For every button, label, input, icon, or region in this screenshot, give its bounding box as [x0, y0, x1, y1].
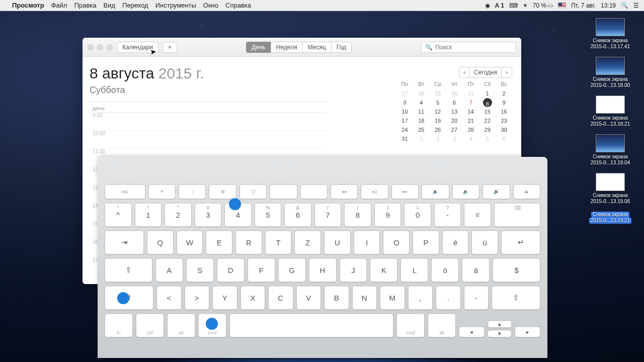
key-L[interactable]: L — [400, 258, 428, 282]
key-fn[interactable]: ▸▸ — [391, 184, 419, 199]
key-N[interactable]: N — [352, 286, 377, 310]
cal-day[interactable]: 27 — [446, 125, 463, 134]
desktop-file[interactable]: Снимок экрана2015-0...13.18.00 — [583, 57, 638, 88]
key-right[interactable]: ▸ — [515, 326, 540, 337]
key-R[interactable]: R — [235, 230, 262, 254]
key-left[interactable]: ◂ — [459, 326, 485, 337]
view-Год[interactable]: Год — [331, 42, 352, 53]
key-M[interactable]: M — [380, 286, 405, 310]
key-Z[interactable]: Z — [294, 230, 321, 254]
cal-day[interactable]: 22 — [479, 116, 496, 125]
view-Месяц[interactable]: Месяц — [302, 42, 332, 53]
key-ö[interactable]: ö — [431, 258, 459, 282]
prev-button[interactable]: ‹ — [459, 67, 470, 78]
hour-row[interactable]: 9:00 — [90, 113, 326, 131]
menu-Окно[interactable]: Окно — [203, 2, 218, 9]
cal-day[interactable]: 14 — [462, 107, 479, 116]
key[interactable]: $4 — [224, 203, 252, 227]
wifi-icon[interactable]: ✶ — [523, 2, 528, 9]
key[interactable]: =0 — [404, 203, 431, 227]
key--[interactable]: - — [464, 286, 489, 310]
key-fn[interactable] — [270, 184, 297, 199]
add-event-button[interactable]: + — [163, 42, 177, 53]
key-G[interactable]: G — [278, 258, 306, 282]
key[interactable]: !1 — [135, 203, 162, 227]
input-menu[interactable]: ⌨ — [509, 2, 518, 9]
search-input[interactable] — [435, 44, 512, 51]
key-Y[interactable]: Y — [212, 286, 237, 310]
cal-day[interactable]: 31 — [462, 89, 479, 98]
view-Неделя[interactable]: Неделя — [271, 42, 303, 53]
key-è[interactable]: è — [442, 230, 469, 254]
key[interactable]: `= — [464, 203, 491, 227]
clock-time[interactable]: 13:19 — [601, 2, 616, 9]
menu-Инструменты[interactable]: Инструменты — [155, 2, 196, 9]
cal-day[interactable]: 19 — [430, 116, 446, 125]
key-fn[interactable]: ☼ — [179, 184, 206, 199]
cal-day[interactable]: 3 — [446, 134, 463, 143]
cal-day[interactable]: 9 — [496, 98, 512, 107]
key-fn[interactable]: ⊞ — [209, 184, 236, 199]
cal-day[interactable]: 8 — [483, 98, 492, 107]
key-ü[interactable]: ü — [471, 230, 498, 254]
cal-day[interactable]: 5 — [479, 134, 496, 143]
cal-day[interactable]: 16 — [496, 107, 512, 116]
cal-day[interactable]: 13 — [446, 107, 463, 116]
cal-day[interactable]: 3 — [396, 98, 413, 107]
key[interactable]: ?- — [434, 203, 461, 227]
key-space[interactable] — [229, 313, 393, 337]
cal-day[interactable]: 1 — [479, 89, 496, 98]
desktop-file[interactable]: Снимок экрана2015-0...13.19.04 — [583, 134, 638, 166]
hour-row[interactable]: 10:00 — [90, 131, 326, 149]
desktop-file[interactable]: Снимок экрана2015-0...13.19.06 — [583, 173, 638, 205]
key-V[interactable]: V — [296, 286, 321, 310]
key-F[interactable]: F — [248, 258, 275, 282]
key-fn[interactable]: 🔉 — [452, 184, 479, 199]
cal-day[interactable]: 30 — [446, 89, 463, 98]
app-menu[interactable]: Просмотр — [12, 2, 44, 9]
traffic-lights[interactable] — [88, 44, 113, 50]
key-Q[interactable]: Q — [147, 230, 174, 254]
cal-day[interactable]: 6 — [446, 98, 463, 107]
mini-calendar[interactable]: ПнВтСрЧтПтСбВс 2728293031123456789101112… — [396, 81, 512, 143]
menu-Переход[interactable]: Переход — [122, 2, 148, 9]
menu-Файл[interactable]: Файл — [51, 2, 67, 9]
keyboard-flag[interactable] — [558, 3, 566, 8]
key-fn[interactable]: ⏏ — [513, 184, 540, 199]
key-fn[interactable]: ⓘ — [239, 184, 267, 199]
key-up[interactable]: ▴ — [488, 320, 512, 328]
key-⇪[interactable]: ⇪ — [105, 258, 152, 282]
cal-day[interactable]: 26 — [430, 125, 446, 134]
cal-day[interactable]: 28 — [413, 89, 430, 98]
key-⇧[interactable]: ⇧ — [492, 286, 540, 310]
clock-date[interactable]: Пт, 7 авг. — [571, 2, 596, 9]
key-T[interactable]: T — [265, 230, 292, 254]
key-fn[interactable]: esc — [105, 184, 145, 199]
key-fn[interactable]: 🔊 — [482, 184, 510, 199]
key-B[interactable]: B — [324, 286, 349, 310]
key-S[interactable]: S — [186, 258, 214, 282]
key[interactable]: °^ — [105, 203, 132, 227]
cal-day[interactable]: 6 — [496, 134, 512, 143]
key[interactable]: )9 — [374, 203, 401, 227]
cal-day[interactable]: 11 — [413, 107, 430, 116]
cal-day[interactable]: 23 — [496, 116, 512, 125]
key-K[interactable]: K — [370, 258, 397, 282]
desktop-file[interactable]: Снимок экрана2015-0...13.17.41 — [583, 18, 638, 50]
key-C[interactable]: C — [268, 286, 293, 310]
adobe-menu[interactable]: A 1 — [495, 2, 504, 9]
key-↵[interactable]: ↵ — [501, 230, 540, 254]
key-alt[interactable]: alt — [428, 313, 456, 337]
cal-day[interactable]: 24 — [396, 125, 413, 134]
key-E[interactable]: E — [206, 230, 232, 254]
cal-day[interactable]: 17 — [396, 116, 413, 125]
key-$[interactable]: $ — [493, 258, 540, 282]
key[interactable]: ⌫ — [494, 203, 540, 227]
next-button[interactable]: › — [501, 67, 512, 78]
key[interactable]: &6 — [284, 203, 311, 227]
menu-Вид[interactable]: Вид — [104, 2, 116, 9]
today-button[interactable]: Сегодня — [469, 67, 502, 78]
notifications-icon[interactable]: ☰ — [633, 2, 639, 9]
key[interactable]: /7 — [314, 203, 342, 227]
key[interactable]: %5 — [255, 203, 282, 227]
